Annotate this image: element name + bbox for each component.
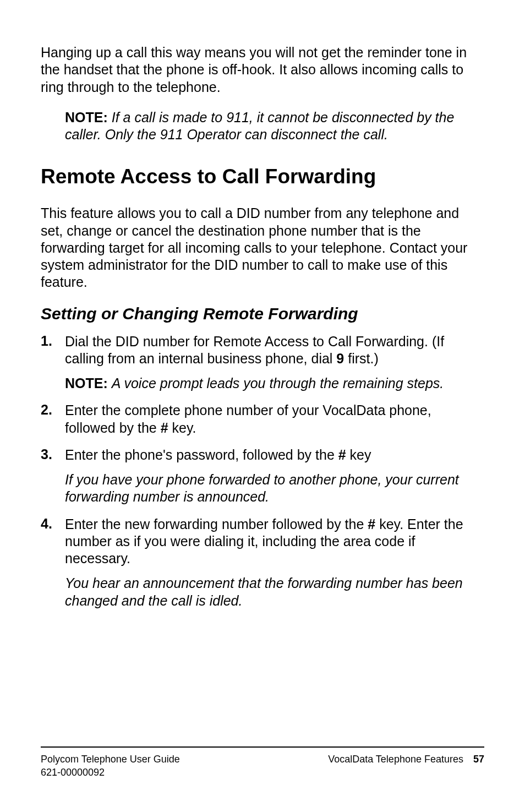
page-content: Hanging up a call this way means you wil… — [41, 44, 484, 746]
step-2-text-a: Enter the complete phone number of your … — [65, 402, 431, 435]
section-title: Remote Access to Call Forwarding — [41, 165, 484, 188]
step-4-text-a: Enter the new forwarding number followed… — [65, 516, 368, 532]
step-1-text-b: first.) — [344, 351, 379, 366]
footer-page-number: 57 — [473, 754, 484, 765]
step-1-note-text-body: A voice prompt leads you through the rem… — [112, 375, 444, 391]
step-4-bold: # — [368, 516, 375, 532]
step-2: Enter the complete phone number of your … — [41, 402, 484, 437]
step-1: Dial the DID number for Remote Access to… — [41, 333, 484, 393]
step-1-note: NOTE: A voice prompt leads you through t… — [65, 375, 484, 392]
section-paragraph: This feature allows you to call a DID nu… — [41, 205, 484, 291]
footer-chapter-title: VocalData Telephone Features — [328, 754, 463, 765]
step-3: Enter the phone's password, followed by … — [41, 446, 484, 506]
step-1-text-a: Dial the DID number for Remote Access to… — [65, 334, 444, 366]
footer-right: VocalData Telephone Features57 — [328, 753, 484, 779]
step-3-text-b: key — [346, 447, 371, 462]
step-2-text-b: key. — [168, 420, 196, 435]
note-text-body: If a call is made to 911, it cannot be d… — [65, 110, 454, 142]
steps-list: Dial the DID number for Remote Access to… — [41, 333, 484, 609]
step-2-bold: # — [161, 420, 168, 435]
step-1-note-label: NOTE: — [65, 375, 108, 391]
step-4: Enter the new forwarding number followed… — [41, 516, 484, 609]
footer-left: Polycom Telephone User Guide 621-0000009… — [41, 753, 180, 779]
page-footer: Polycom Telephone User Guide 621-0000009… — [41, 746, 484, 779]
step-1-bold: 9 — [336, 351, 344, 366]
footer-guide-title: Polycom Telephone User Guide — [41, 753, 180, 766]
footer-doc-number: 621-00000092 — [41, 766, 180, 779]
step-4-result: You hear an announcement that the forwar… — [65, 575, 484, 609]
step-3-bold: # — [338, 447, 346, 462]
subsection-title: Setting or Changing Remote Forwarding — [41, 304, 484, 323]
intro-note: NOTE: If a call is made to 911, it canno… — [65, 109, 484, 144]
note-label: NOTE: — [65, 110, 108, 125]
step-3-result: If you have your phone forwarded to anot… — [65, 471, 484, 506]
intro-paragraph: Hanging up a call this way means you wil… — [41, 44, 484, 96]
step-3-text-a: Enter the phone's password, followed by … — [65, 447, 338, 462]
